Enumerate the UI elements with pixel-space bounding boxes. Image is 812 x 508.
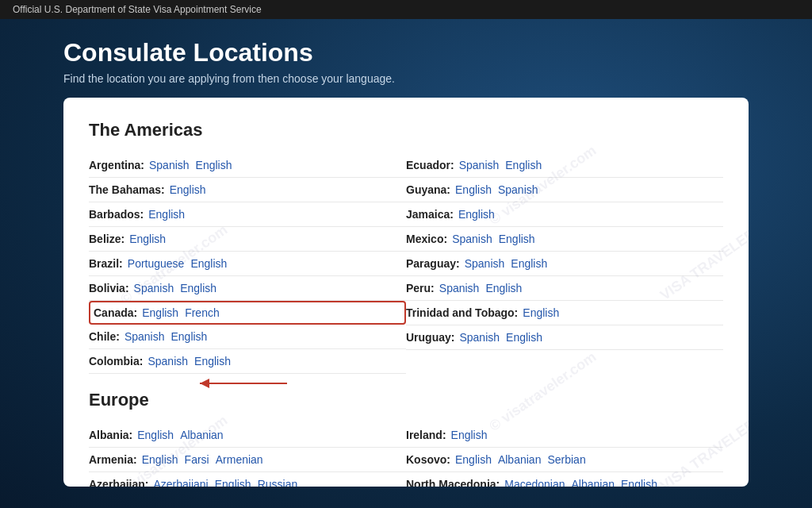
language-link[interactable]: English — [170, 183, 206, 196]
country-name: Albania: — [89, 429, 132, 441]
language-link[interactable]: English — [215, 478, 251, 487]
country-row: Uruguay:SpanishEnglish — [406, 325, 723, 350]
country-grid-americas: Argentina:SpanishEnglishThe Bahamas:Engl… — [89, 153, 723, 374]
country-row: Brazil:PortugueseEnglish — [89, 252, 406, 276]
language-link[interactable]: English — [451, 429, 488, 441]
country-name: Trinidad and Tobago: — [406, 306, 518, 319]
top-bar-label: Official U.S. Department of State Visa A… — [13, 4, 262, 15]
main-content: © visatraveler.com VISA TRAVELER © visat… — [63, 98, 749, 487]
country-row: Armenia:EnglishFarsiArmenian — [89, 448, 406, 472]
section-title-americas: The Americas — [89, 120, 723, 140]
language-link[interactable]: Armenian — [216, 453, 263, 466]
language-link[interactable]: Macedonian — [504, 478, 565, 487]
country-row: Jamaica:English — [406, 202, 723, 227]
language-link[interactable]: Spanish — [459, 331, 500, 344]
language-link[interactable]: English — [137, 429, 174, 441]
language-link[interactable]: Azerbaijani — [153, 478, 208, 487]
language-link[interactable]: English — [499, 233, 535, 245]
country-row: Colombia:SpanishEnglish — [89, 349, 406, 374]
language-link[interactable]: Spanish — [498, 183, 538, 196]
language-link[interactable]: English — [505, 159, 542, 171]
language-link[interactable]: Spanish — [452, 233, 492, 245]
left-col-europe: Albania:EnglishAlbanianArmenia:EnglishFa… — [89, 423, 406, 487]
language-link[interactable]: Spanish — [134, 282, 174, 294]
country-row: North Macedonia:MacedonianAlbanianEnglis… — [406, 472, 723, 487]
language-link[interactable]: English — [190, 257, 227, 270]
country-name: Ireland: — [406, 429, 446, 441]
language-link[interactable]: English — [458, 208, 495, 221]
language-link[interactable]: English — [511, 257, 547, 270]
language-link[interactable]: English — [142, 306, 178, 319]
section-title-europe: Europe — [89, 390, 723, 410]
language-link[interactable]: Spanish — [147, 355, 188, 368]
country-name: Chile: — [89, 330, 120, 343]
country-name: Kosovo: — [406, 453, 450, 466]
page-subtitle: Find the location you are applying from … — [63, 72, 749, 85]
left-col-americas: Argentina:SpanishEnglishThe Bahamas:Engl… — [89, 153, 406, 374]
language-link[interactable]: Russian — [258, 478, 298, 487]
country-row: The Bahamas:English — [89, 178, 406, 202]
country-name: Canada: — [94, 306, 137, 319]
language-link[interactable]: English — [180, 282, 216, 294]
language-link[interactable]: English — [129, 233, 166, 245]
country-name: North Macedonia: — [406, 478, 500, 487]
language-link[interactable]: Albanian — [180, 429, 224, 441]
page-header: Consulate Locations Find the location yo… — [0, 19, 812, 98]
language-link[interactable]: English — [196, 159, 232, 171]
country-row: Mexico:SpanishEnglish — [406, 227, 723, 252]
right-col-americas: Ecuador:SpanishEnglishGuyana:EnglishSpan… — [406, 153, 723, 374]
country-row: Chile:SpanishEnglish — [89, 325, 406, 349]
language-link[interactable]: Spanish — [149, 159, 190, 171]
country-row: Trinidad and Tobago:English — [406, 301, 723, 325]
country-row: Bolivia:SpanishEnglish — [89, 276, 406, 301]
country-name: Azerbaijan: — [89, 478, 148, 487]
language-link[interactable]: English — [194, 355, 231, 368]
language-link[interactable]: English — [170, 330, 207, 343]
language-link[interactable]: Portuguese — [128, 257, 185, 270]
country-name: Ecuador: — [406, 159, 454, 171]
language-link[interactable]: Spanish — [465, 257, 505, 270]
country-name: Argentina: — [89, 159, 144, 171]
language-link[interactable]: Serbian — [547, 453, 585, 466]
language-link[interactable]: French — [185, 306, 220, 319]
country-name: Brazil: — [89, 257, 123, 270]
country-name: Jamaica: — [406, 208, 454, 221]
language-link[interactable]: English — [523, 306, 559, 319]
language-link[interactable]: English — [621, 478, 657, 487]
right-col-europe: Ireland:EnglishKosovo:EnglishAlbanianSer… — [406, 423, 723, 487]
country-row: Ireland:English — [406, 423, 723, 448]
country-row: Albania:EnglishAlbanian — [89, 423, 406, 448]
country-name: Mexico: — [406, 233, 447, 245]
country-grid-europe: Albania:EnglishAlbanianArmenia:EnglishFa… — [89, 423, 723, 487]
country-name: Bolivia: — [89, 282, 129, 294]
country-name: Barbados: — [89, 208, 144, 221]
country-row: Kosovo:EnglishAlbanianSerbian — [406, 448, 723, 472]
language-link[interactable]: Farsi — [185, 453, 209, 466]
country-name: The Bahamas: — [89, 183, 165, 196]
country-row: Belize:English — [89, 227, 406, 252]
language-link[interactable]: Albanian — [572, 478, 615, 487]
language-link[interactable]: English — [142, 453, 178, 466]
country-row: Canada:EnglishFrench — [89, 301, 406, 325]
country-row: Peru:SpanishEnglish — [406, 276, 723, 301]
language-link[interactable]: English — [485, 282, 522, 294]
language-link[interactable]: English — [148, 208, 185, 221]
language-link[interactable]: Spanish — [459, 159, 500, 171]
language-link[interactable]: Spanish — [439, 282, 480, 294]
language-link[interactable]: English — [455, 183, 492, 196]
country-name: Belize: — [89, 233, 124, 245]
country-row: Paraguay:SpanishEnglish — [406, 252, 723, 276]
country-row: Argentina:SpanishEnglish — [89, 153, 406, 178]
language-link[interactable]: English — [455, 453, 492, 466]
country-name: Guyana: — [406, 183, 450, 196]
page-title: Consulate Locations — [63, 38, 749, 67]
country-name: Armenia: — [89, 453, 137, 466]
language-link[interactable]: Albanian — [498, 453, 542, 466]
country-row: Guyana:EnglishSpanish — [406, 178, 723, 202]
language-link[interactable]: English — [506, 331, 542, 344]
country-row: Azerbaijan:AzerbaijaniEnglishRussian — [89, 472, 406, 487]
country-name: Colombia: — [89, 355, 143, 368]
top-bar: Official U.S. Department of State Visa A… — [0, 0, 812, 19]
language-link[interactable]: Spanish — [124, 330, 165, 343]
country-name: Paraguay: — [406, 257, 460, 270]
